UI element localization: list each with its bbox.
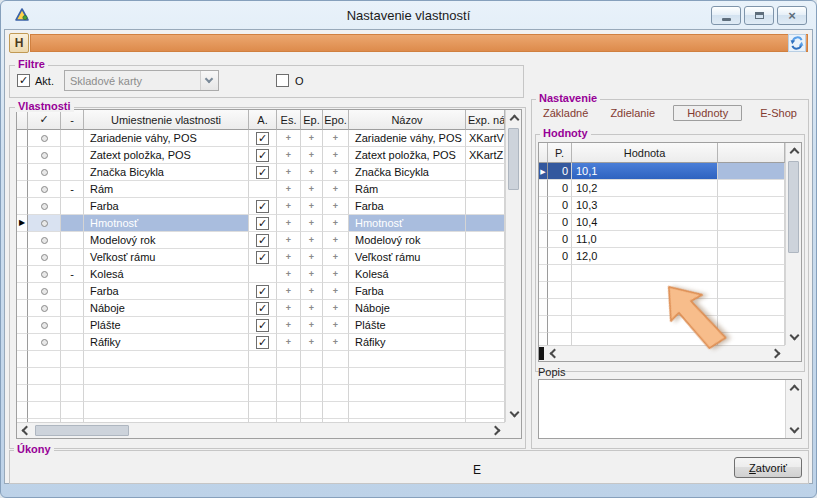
p-cell: 0: [548, 180, 572, 197]
row-checkbox[interactable]: ✓: [256, 200, 269, 213]
status-e-text: E: [473, 463, 481, 477]
akt-checkbox[interactable]: ✓: [17, 74, 30, 87]
card-type-combobox[interactable]: Skladové karty: [64, 70, 219, 91]
epo-cell: +: [323, 181, 349, 198]
value-row[interactable]: 011,0: [539, 231, 785, 248]
titlebar: Nastavenie vlastností ×: [1, 1, 816, 29]
row-checkbox[interactable]: ✓: [256, 234, 269, 247]
dialog-window: Nastavenie vlastností × H Filtre ✓ Akt. …: [0, 0, 817, 498]
combobox-dropdown-button[interactable]: [200, 71, 218, 90]
location-cell: Ráfiky: [84, 334, 249, 351]
property-row[interactable]: Zariadenie váhy, POS✓+++Zariadenie váhy,…: [17, 130, 505, 147]
value-row[interactable]: 010,3: [539, 197, 785, 214]
property-row[interactable]: Ráfiky✓+++Ráfiky: [17, 334, 505, 351]
value-row[interactable]: 010,4: [539, 214, 785, 231]
scroll-left-button[interactable]: [545, 346, 562, 361]
property-row[interactable]: Farba✓+++Farba: [17, 198, 505, 215]
ring-marker-icon: [41, 322, 48, 329]
row-checkbox[interactable]: ✓: [256, 132, 269, 145]
tab-hodnoty[interactable]: Hodnoty: [673, 105, 742, 121]
value-row[interactable]: ▶010,1: [539, 163, 785, 180]
popis-vertical-scrollbar[interactable]: [785, 380, 801, 438]
location-cell: Modelový rok: [84, 232, 249, 249]
row-selector-cell: [539, 248, 548, 265]
dot-marker-icon: +: [333, 167, 338, 177]
maximize-button[interactable]: [744, 6, 774, 25]
scroll-down-button[interactable]: [786, 422, 802, 438]
value-row[interactable]: 012,0: [539, 248, 785, 265]
property-row[interactable]: -Kolesá+++Kolesá: [17, 266, 505, 283]
property-row[interactable]: -Rám+++Rám: [17, 181, 505, 198]
ep-cell: +: [301, 181, 323, 198]
values-grid-body: ▶010,1010,2010,3010,4011,0012,0: [539, 163, 785, 345]
minimize-button[interactable]: [711, 6, 741, 25]
grid-cell: [349, 402, 466, 419]
row-checkbox[interactable]: ✓: [256, 217, 269, 230]
scroll-up-button[interactable]: [786, 143, 802, 159]
row-checkbox[interactable]: ✓: [256, 149, 269, 162]
scroll-left-button[interactable]: [17, 423, 34, 438]
dot-marker-icon: +: [333, 286, 338, 296]
scroll-up-button[interactable]: [786, 380, 802, 396]
property-row[interactable]: Zatext položka, POS✓+++Zatext položka, P…: [17, 147, 505, 164]
tab-z-kladn-[interactable]: Základné: [539, 105, 592, 121]
location-cell: Náboje: [84, 300, 249, 317]
scroll-down-button[interactable]: [786, 329, 802, 345]
o-checkbox[interactable]: [276, 74, 289, 87]
properties-vertical-scrollbar[interactable]: [505, 110, 521, 422]
ring-marker-icon: [41, 237, 48, 244]
scroll-grip[interactable]: [539, 347, 544, 360]
grid-cell: [277, 368, 301, 385]
grid-cell: [301, 385, 323, 402]
dot-marker-icon: +: [309, 320, 314, 330]
row-selector-cell: [17, 317, 28, 334]
row-checkbox[interactable]: ✓: [256, 285, 269, 298]
property-row[interactable]: ▶Hmotnosť✓+++Hmotnosť: [17, 215, 505, 232]
scroll-right-button[interactable]: [488, 423, 505, 438]
scroll-down-button[interactable]: [506, 406, 522, 422]
scrollbar-corner: [505, 422, 521, 438]
name-column-header: Názov: [349, 110, 466, 130]
vertical-scroll-thumb[interactable]: [508, 128, 519, 190]
row-selector-cell: [539, 214, 548, 231]
property-row[interactable]: Plášte✓+++Plášte: [17, 317, 505, 334]
close-button[interactable]: ×: [777, 6, 807, 25]
popis-textarea[interactable]: [538, 379, 802, 439]
scroll-up-button[interactable]: [506, 110, 522, 126]
row-checkbox[interactable]: ✓: [256, 319, 269, 332]
name-cell: Farba: [349, 198, 466, 215]
row-checkbox[interactable]: ✓: [256, 336, 269, 349]
value-cell: 12,0: [572, 248, 718, 265]
h-button[interactable]: H: [9, 33, 29, 53]
tab-zdielanie[interactable]: Zdielanie: [606, 105, 659, 121]
ep-cell: +: [301, 198, 323, 215]
popis-text: [542, 382, 783, 436]
vertical-scroll-thumb[interactable]: [788, 161, 799, 253]
property-row[interactable]: Značka Bicykla✓+++Značka Bicykla: [17, 164, 505, 181]
location-cell: Farba: [84, 283, 249, 300]
name-cell: Plášte: [349, 317, 466, 334]
values-horizontal-scrollbar[interactable]: [539, 345, 785, 361]
property-row[interactable]: Modelový rok✓+++Modelový rok: [17, 232, 505, 249]
scroll-right-button[interactable]: [768, 346, 785, 361]
values-vertical-scrollbar[interactable]: [785, 143, 801, 345]
refresh-icon[interactable]: [788, 34, 806, 52]
property-row[interactable]: Veľkosť rámu✓+++Veľkosť rámu: [17, 249, 505, 266]
dot-marker-icon: +: [309, 252, 314, 262]
dot-marker-icon: +: [309, 235, 314, 245]
exp-cell: [466, 232, 505, 249]
row-checkbox[interactable]: ✓: [256, 251, 269, 264]
tab-e-shop[interactable]: E-Shop: [756, 105, 801, 121]
property-row[interactable]: Náboje✓+++Náboje: [17, 300, 505, 317]
grid-cell: [548, 282, 572, 299]
row-checkbox[interactable]: ✓: [256, 302, 269, 315]
horizontal-scroll-thumb[interactable]: [35, 425, 129, 436]
property-row[interactable]: Farba✓+++Farba: [17, 283, 505, 300]
exp-cell: [466, 334, 505, 351]
properties-grid-body: Zariadenie váhy, POS✓+++Zariadenie váhy,…: [17, 130, 505, 422]
zatvorit-button[interactable]: Zatvoriť: [734, 457, 802, 478]
row-checkbox[interactable]: ✓: [256, 166, 269, 179]
properties-horizontal-scrollbar[interactable]: [17, 422, 505, 438]
name-cell: Rám: [349, 181, 466, 198]
value-row[interactable]: 010,2: [539, 180, 785, 197]
